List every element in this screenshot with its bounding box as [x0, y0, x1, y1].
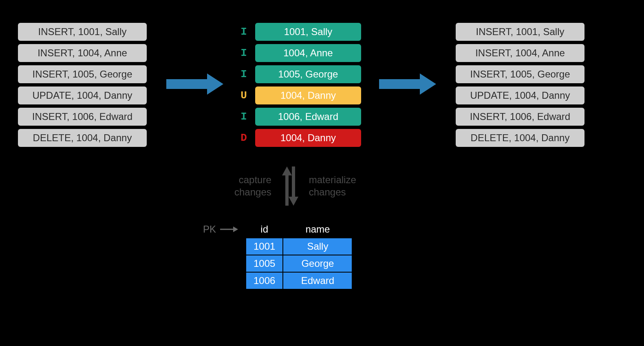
stream-event: INSERT, 1005, George: [18, 65, 147, 83]
stream-event: DELETE, 1004, Danny: [456, 129, 584, 147]
stream-event: UPDATE, 1004, Danny: [18, 86, 147, 104]
table-row: 1006 Edward: [246, 272, 352, 289]
op-letter-insert: I: [239, 47, 249, 59]
op-pill: 1004, Danny: [255, 86, 361, 104]
exchange-arrows-icon: [278, 166, 302, 206]
svg-marker-5: [233, 226, 238, 232]
op-row: I 1004, Anne: [239, 44, 361, 62]
capture-changes-label: capture changes: [234, 174, 271, 198]
op-letter-insert: I: [239, 26, 249, 38]
table-row: 1005 George: [246, 255, 352, 272]
op-pill: 1006, Edward: [255, 108, 361, 126]
svg-marker-1: [379, 73, 436, 95]
op-row: I 1005, George: [239, 65, 361, 83]
op-row: I 1001, Sally: [239, 23, 361, 41]
stream-event: INSERT, 1004, Anne: [18, 44, 147, 62]
left-stream-column: INSERT, 1001, Sally INSERT, 1004, Anne I…: [18, 23, 147, 147]
result-table: id name 1001 Sally 1005 George 1006 Edwa…: [245, 220, 353, 290]
stream-event: INSERT, 1004, Anne: [456, 44, 584, 62]
table-header-name: name: [283, 221, 352, 238]
materialize-changes-label: materialize changes: [309, 174, 356, 198]
exchange-block: capture changes materialize changes: [234, 166, 356, 206]
result-table-block: PK id name 1001 Sally 1005 Georg: [203, 220, 353, 290]
op-letter-delete: D: [239, 132, 249, 144]
arrow-right-icon: [379, 73, 436, 96]
pk-label: PK: [203, 224, 238, 235]
right-stream-column: INSERT, 1001, Sally INSERT, 1004, Anne I…: [456, 23, 584, 147]
stream-event: DELETE, 1004, Danny: [18, 129, 147, 147]
stream-event: INSERT, 1006, Edward: [18, 108, 147, 126]
table-row: 1001 Sally: [246, 238, 352, 255]
op-pill: 1005, George: [255, 65, 361, 83]
table-header-id: id: [246, 221, 283, 238]
op-pill: 1004, Anne: [255, 44, 361, 62]
op-row: I 1006, Edward: [239, 108, 361, 126]
op-pill: 1004, Danny: [255, 129, 361, 147]
op-letter-insert: I: [239, 111, 249, 123]
stream-event: INSERT, 1001, Sally: [456, 23, 584, 41]
stream-event: INSERT, 1006, Edward: [456, 108, 584, 126]
op-row: D 1004, Danny: [239, 129, 361, 147]
arrow-right-icon: [166, 73, 223, 96]
svg-marker-0: [166, 73, 223, 95]
stream-event: UPDATE, 1004, Danny: [456, 86, 584, 104]
stream-event: INSERT, 1005, George: [456, 65, 584, 83]
center-ops-column: I 1001, Sally I 1004, Anne I 1005, Georg…: [239, 23, 361, 147]
stream-event: INSERT, 1001, Sally: [18, 23, 147, 41]
op-row: U 1004, Danny: [239, 86, 361, 104]
op-letter-update: U: [239, 89, 249, 102]
op-pill: 1001, Sally: [255, 23, 361, 41]
arrow-right-small-icon: [220, 226, 238, 233]
op-letter-insert: I: [239, 68, 249, 80]
